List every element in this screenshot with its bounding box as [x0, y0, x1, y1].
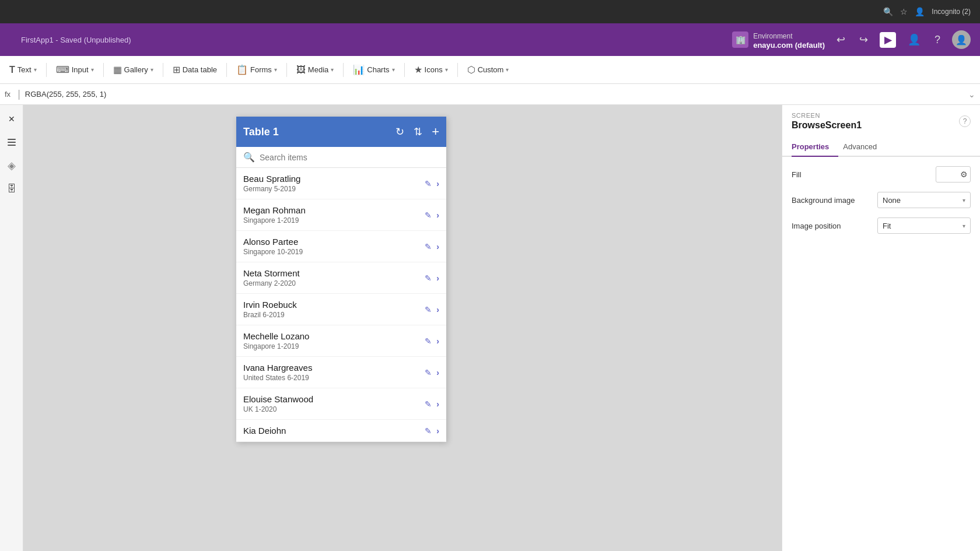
- edit-icon[interactable]: ✎: [425, 336, 432, 346]
- list-item-text: Neta Storment Germany 2-2020: [243, 268, 425, 287]
- list-item[interactable]: Beau Spratling Germany 5-2019 ✎ ›: [236, 168, 446, 199]
- charts-icon: 📊: [353, 64, 365, 75]
- toolbar-item-forms[interactable]: 📋 Forms ▾: [232, 62, 282, 78]
- tab-advanced[interactable]: Advanced: [843, 138, 886, 157]
- navigate-icon[interactable]: ›: [436, 426, 439, 436]
- panel-tabs: Properties Advanced: [782, 138, 980, 157]
- sort-icon[interactable]: ⇅: [414, 125, 422, 138]
- list-item-name: Alonso Partee: [243, 237, 425, 247]
- toolbar-icons-label: Icons: [425, 65, 443, 74]
- browser-search-icon[interactable]: 🔍: [883, 7, 893, 16]
- toolbar-item-datatable[interactable]: ⊞ Data table: [168, 62, 222, 78]
- list-item-name: Elouise Stanwood: [243, 394, 425, 404]
- list-item[interactable]: Elouise Stanwood UK 1-2020 ✎ ›: [236, 388, 446, 420]
- fill-color-swatch[interactable]: ⚙: [936, 166, 971, 183]
- list-item-name: Irvin Roebuck: [243, 300, 425, 310]
- list-item-actions: ✎ ›: [425, 399, 439, 409]
- screen-label: SCREEN: [792, 112, 862, 119]
- edit-icon[interactable]: ✎: [425, 368, 432, 377]
- list-item-name: Kia Deiohn: [243, 426, 425, 436]
- navigate-icon[interactable]: ›: [436, 305, 439, 314]
- background-image-row: Background image None ▾: [792, 192, 971, 208]
- play-button[interactable]: ▶: [880, 32, 896, 48]
- datatable-icon: ⊞: [173, 64, 180, 75]
- list-item-sub: Singapore 10-2019: [243, 248, 425, 256]
- formula-dropdown-icon[interactable]: ⌄: [968, 90, 975, 99]
- navigate-icon[interactable]: ›: [436, 242, 439, 251]
- list-item[interactable]: Neta Storment Germany 2-2020 ✎ ›: [236, 262, 446, 294]
- formula-value[interactable]: RGBA(255, 255, 255, 1): [25, 90, 964, 99]
- background-image-select[interactable]: None ▾: [877, 192, 971, 208]
- list-item-text: Beau Spratling Germany 5-2019: [243, 174, 425, 193]
- toolbar-item-icons[interactable]: ★ Icons ▾: [410, 62, 453, 78]
- app-title: FirstApp1 - Saved (Unpublished): [21, 36, 131, 44]
- list-item-text: Megan Rohman Singapore 1-2019: [243, 205, 425, 224]
- list-item[interactable]: Alonso Partee Singapore 10-2019 ✎ ›: [236, 231, 446, 262]
- browser-star-icon[interactable]: ☆: [900, 7, 908, 16]
- list-item-text: Alonso Partee Singapore 10-2019: [243, 237, 425, 256]
- search-icon: 🔍: [243, 152, 255, 163]
- data-icon[interactable]: 🗄: [2, 180, 21, 198]
- browser-user-icon[interactable]: 👤: [915, 7, 925, 16]
- background-image-label: Background image: [792, 196, 855, 205]
- toolbar-item-custom[interactable]: ⬡ Custom ▾: [463, 62, 514, 78]
- toolbar-input-label: Input: [72, 65, 89, 74]
- input-icon: ⌨: [56, 64, 69, 75]
- search-input[interactable]: [260, 153, 439, 162]
- list-item[interactable]: Mechelle Lozano Singapore 1-2019 ✎ ›: [236, 325, 446, 357]
- navigate-icon[interactable]: ›: [436, 210, 439, 220]
- custom-icon: ⬡: [467, 64, 475, 75]
- list-item[interactable]: Kia Deiohn ✎ ›: [236, 420, 446, 442]
- panel-content: Fill ⚙ Background image None ▾ Image pos…: [782, 157, 980, 252]
- list-item-text: Mechelle Lozano Singapore 1-2019: [243, 331, 425, 350]
- toolbar-sep-8: [457, 63, 458, 77]
- toolbar-datatable-label: Data table: [183, 65, 217, 74]
- edit-icon[interactable]: ✎: [425, 210, 432, 220]
- env-icon: 🏢: [732, 31, 748, 48]
- tab-properties[interactable]: Properties: [792, 138, 838, 157]
- env-name: enayu.com (default): [753, 41, 825, 50]
- env-info: Environment enayu.com (default): [753, 30, 825, 50]
- items-list: Beau Spratling Germany 5-2019 ✎ › Megan …: [236, 168, 446, 442]
- components-icon[interactable]: ◈: [2, 156, 21, 175]
- edit-icon[interactable]: ✎: [425, 305, 432, 314]
- avatar[interactable]: 👤: [952, 30, 971, 49]
- toolbar-item-gallery[interactable]: ▦ Gallery ▾: [108, 62, 158, 78]
- edit-icon[interactable]: ✎: [425, 179, 432, 188]
- redo-button[interactable]: ↪: [857, 31, 870, 48]
- help-button[interactable]: ?: [932, 31, 943, 48]
- undo-button[interactable]: ↩: [834, 31, 848, 48]
- edit-icon[interactable]: ✎: [425, 399, 432, 409]
- forms-chevron: ▾: [274, 66, 277, 73]
- refresh-icon[interactable]: ↻: [396, 125, 404, 138]
- list-item-sub: Brazil 6-2019: [243, 311, 425, 319]
- forms-icon: 📋: [236, 64, 248, 75]
- edit-icon[interactable]: ✎: [425, 242, 432, 251]
- toolbar-sep-6: [343, 63, 344, 77]
- text-chevron: ▾: [34, 66, 37, 73]
- list-item-actions: ✎ ›: [425, 210, 439, 220]
- image-position-row: Image position Fit ▾: [792, 217, 971, 234]
- panel-help-icon[interactable]: ?: [959, 115, 971, 127]
- image-position-select[interactable]: Fit ▾: [877, 217, 971, 234]
- user-settings-button[interactable]: 👤: [905, 31, 923, 48]
- list-item[interactable]: Ivana Hargreaves United States 6-2019 ✎ …: [236, 357, 446, 388]
- color-picker-icon[interactable]: ⚙: [960, 170, 968, 179]
- toolbar-item-text[interactable]: T Text ▾: [5, 62, 41, 78]
- navigate-icon[interactable]: ›: [436, 179, 439, 188]
- navigate-icon[interactable]: ›: [436, 336, 439, 346]
- navigate-icon[interactable]: ›: [436, 273, 439, 283]
- toolbar-item-charts[interactable]: 📊 Charts ▾: [348, 62, 399, 78]
- add-icon[interactable]: +: [432, 124, 439, 139]
- navigate-icon[interactable]: ›: [436, 399, 439, 409]
- list-item-sub: Singapore 1-2019: [243, 342, 425, 350]
- tree-view-icon[interactable]: [2, 133, 21, 152]
- navigate-icon[interactable]: ›: [436, 368, 439, 377]
- edit-icon[interactable]: ✎: [425, 273, 432, 283]
- list-item[interactable]: Megan Rohman Singapore 1-2019 ✎ ›: [236, 199, 446, 231]
- toolbar-item-input[interactable]: ⌨ Input ▾: [51, 62, 99, 78]
- close-panel-button[interactable]: ✕: [2, 110, 21, 128]
- list-item[interactable]: Irvin Roebuck Brazil 6-2019 ✎ ›: [236, 294, 446, 325]
- edit-icon[interactable]: ✎: [425, 426, 432, 436]
- toolbar-item-media[interactable]: 🖼 Media ▾: [292, 62, 338, 78]
